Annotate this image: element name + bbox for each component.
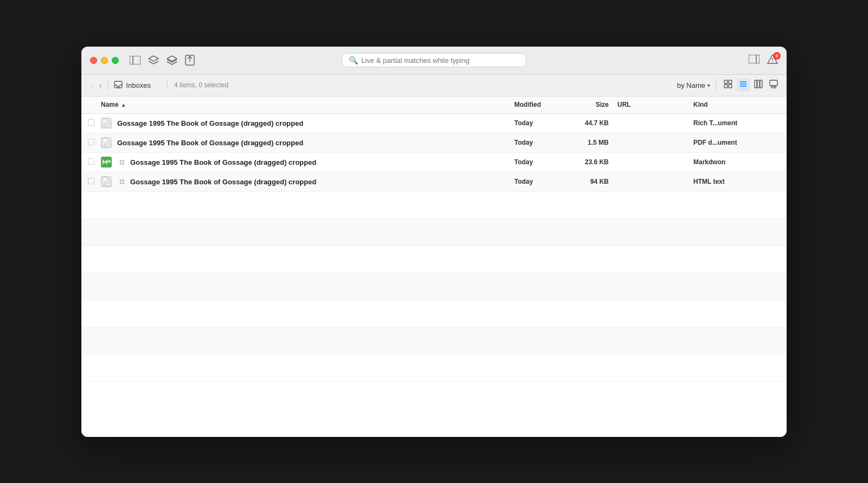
row-checkbox[interactable] bbox=[88, 177, 101, 186]
header-size[interactable]: Size bbox=[569, 101, 617, 108]
row-kind: Rich T...ument bbox=[693, 119, 780, 127]
sidebar-toggle-icon[interactable] bbox=[130, 56, 141, 65]
close-button[interactable] bbox=[90, 57, 97, 64]
layers2-icon[interactable] bbox=[167, 55, 177, 65]
empty-row bbox=[81, 273, 787, 300]
search-icon: 🔍 bbox=[349, 56, 358, 65]
row-modified: Today bbox=[514, 139, 569, 146]
row-size: 44.7 KB bbox=[569, 119, 617, 127]
sort-controls: by Name ▾ bbox=[677, 79, 780, 92]
row-size: 23.6 KB bbox=[569, 158, 617, 166]
row-name-col: Gossage 1995 The Book of Gossage (dragge… bbox=[101, 137, 514, 148]
svg-rect-10 bbox=[729, 80, 732, 83]
nav-arrows: ‹ › bbox=[88, 80, 104, 91]
empty-row bbox=[81, 300, 787, 327]
main-window: 🔍 0 ‹ › bbox=[81, 47, 787, 437]
svg-rect-16 bbox=[755, 80, 757, 88]
table-row[interactable]: ⊡ Gossage 1995 The Book of Gossage (drag… bbox=[81, 153, 787, 172]
nav-back-button[interactable]: ‹ bbox=[88, 80, 95, 91]
row-name-col: Gossage 1995 The Book of Gossage (dragge… bbox=[101, 118, 514, 128]
file-icon-html bbox=[101, 176, 112, 187]
minimize-button[interactable] bbox=[101, 57, 108, 64]
header-name[interactable]: Name ▲ bbox=[101, 101, 514, 108]
table-row[interactable]: Gossage 1995 The Book of Gossage (dragge… bbox=[81, 133, 787, 153]
file-icon-rtf bbox=[101, 118, 112, 128]
row-modified: Today bbox=[514, 178, 569, 185]
sort-arrow-up: ▲ bbox=[121, 102, 126, 108]
view-icon-grid[interactable] bbox=[722, 79, 735, 92]
row-name-col: ⊡ Gossage 1995 The Book of Gossage (drag… bbox=[101, 157, 514, 168]
search-bar[interactable]: 🔍 bbox=[342, 53, 526, 67]
row-checkbox[interactable] bbox=[88, 157, 101, 167]
svg-rect-4 bbox=[749, 55, 760, 63]
inbox-icon bbox=[114, 81, 123, 90]
svg-point-7 bbox=[772, 61, 773, 62]
row-badge: ⊡ bbox=[117, 177, 126, 186]
empty-row bbox=[81, 246, 787, 273]
file-table: Name ▲ Modified Size URL Kind bbox=[81, 96, 787, 437]
svg-rect-17 bbox=[757, 80, 760, 88]
row-size: 1.5 MB bbox=[569, 139, 617, 146]
location-label: Inboxes bbox=[126, 81, 151, 89]
header-kind[interactable]: Kind bbox=[693, 101, 780, 108]
sort-by-button[interactable]: by Name ▾ bbox=[677, 81, 710, 89]
toolbar-icons bbox=[130, 55, 195, 66]
item-count: 4 items, 0 selected bbox=[167, 81, 228, 89]
svg-rect-0 bbox=[130, 56, 141, 65]
maximize-button[interactable] bbox=[112, 57, 119, 64]
row-name-col: ⊡ Gossage 1995 The Book of Gossage (drag… bbox=[101, 176, 514, 187]
titlebar: 🔍 0 bbox=[81, 47, 787, 75]
alert-badge: 0 bbox=[773, 52, 781, 60]
row-filename: Gossage 1995 The Book of Gossage (dragge… bbox=[130, 178, 514, 186]
table-header: Name ▲ Modified Size URL Kind bbox=[81, 96, 787, 114]
right-toolbar: 0 bbox=[749, 54, 778, 67]
svg-rect-18 bbox=[760, 80, 762, 88]
row-kind: HTML text bbox=[693, 178, 780, 185]
file-icon-md bbox=[101, 157, 112, 168]
row-modified: Today bbox=[514, 119, 569, 127]
table-row[interactable]: Gossage 1995 The Book of Gossage (dragge… bbox=[81, 114, 787, 133]
svg-rect-19 bbox=[770, 80, 777, 86]
svg-rect-20 bbox=[771, 86, 776, 88]
row-filename: Gossage 1995 The Book of Gossage (dragge… bbox=[117, 139, 514, 147]
view-icon-cover[interactable] bbox=[767, 79, 780, 92]
empty-row bbox=[81, 192, 787, 219]
sidebar-right-icon[interactable] bbox=[749, 55, 760, 66]
file-icon-pdf bbox=[101, 137, 112, 148]
row-checkbox[interactable] bbox=[88, 138, 101, 147]
sort-dropdown-arrow: ▾ bbox=[707, 82, 710, 88]
row-filename: Gossage 1995 The Book of Gossage (dragge… bbox=[117, 119, 514, 127]
view-icons bbox=[716, 79, 780, 92]
row-modified: Today bbox=[514, 158, 569, 166]
view-icon-list[interactable] bbox=[737, 79, 750, 92]
layers1-icon[interactable] bbox=[148, 55, 159, 65]
view-icon-columns[interactable] bbox=[752, 79, 765, 92]
header-modified[interactable]: Modified bbox=[514, 101, 569, 108]
alert-icon[interactable]: 0 bbox=[767, 54, 778, 67]
empty-row bbox=[81, 355, 787, 382]
sort-by-label: by Name bbox=[677, 81, 705, 89]
svg-rect-11 bbox=[724, 85, 727, 88]
export-icon[interactable] bbox=[185, 55, 195, 66]
empty-row bbox=[81, 327, 787, 355]
nav-bar: ‹ › Inboxes 4 items, 0 selected by Name … bbox=[81, 75, 787, 96]
empty-row bbox=[81, 219, 787, 246]
table-row[interactable]: ⊡ Gossage 1995 The Book of Gossage (drag… bbox=[81, 172, 787, 192]
row-badge: ⊡ bbox=[117, 158, 126, 166]
row-kind: Markdwon bbox=[693, 158, 780, 166]
header-url[interactable]: URL bbox=[617, 101, 693, 108]
search-input[interactable] bbox=[361, 56, 519, 65]
row-kind: PDF d...ument bbox=[693, 139, 780, 146]
row-filename: Gossage 1995 The Book of Gossage (dragge… bbox=[130, 158, 514, 166]
row-checkbox[interactable] bbox=[88, 118, 101, 128]
svg-rect-9 bbox=[724, 80, 727, 83]
nav-location: Inboxes bbox=[108, 81, 156, 90]
row-size: 94 KB bbox=[569, 178, 617, 185]
traffic-lights bbox=[90, 57, 119, 64]
nav-forward-button[interactable]: › bbox=[97, 80, 104, 91]
svg-rect-12 bbox=[729, 85, 732, 88]
